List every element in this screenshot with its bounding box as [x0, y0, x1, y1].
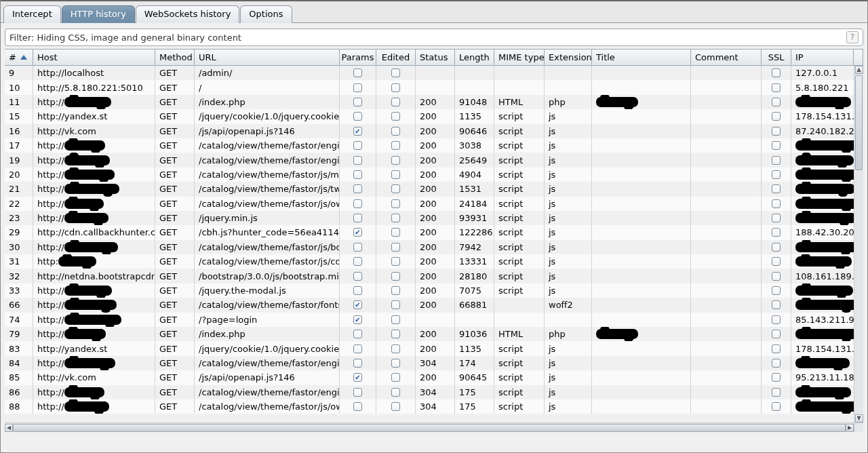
table-row[interactable]: 33http://GET/jquery.the-modal.js2007075s… — [5, 283, 863, 298]
col-header-url[interactable]: URL — [195, 50, 340, 65]
col-header-title[interactable]: Title — [592, 50, 691, 65]
scroll-left-icon[interactable]: ◀ — [5, 424, 13, 432]
table-row[interactable]: 74http://GET/?page=login85.143.211.98 — [5, 313, 863, 327]
vertical-scrollbar[interactable]: ▲ ▼ — [854, 66, 863, 422]
cell-ip — [791, 283, 863, 298]
redacted-content — [64, 387, 104, 397]
table-row[interactable]: 22http://GET/catalog/view/theme/fastor/j… — [5, 197, 863, 211]
table-row[interactable]: 21http://GET/catalog/view/theme/fastor/j… — [5, 182, 863, 196]
cell-edited — [376, 341, 416, 355]
col-header-extension[interactable]: Extension — [545, 50, 592, 65]
checkbox-icon — [772, 300, 781, 309]
table-row[interactable]: 79http://GET/index.php20091036HTMLphp — [5, 327, 863, 341]
table-row[interactable]: 20http://GET/catalog/view/theme/fastor/j… — [5, 168, 863, 182]
cell-ssl — [762, 385, 791, 399]
table-row[interactable]: 23http://GET/jquery.min.js20093931script… — [5, 211, 863, 225]
cell-method: GET — [155, 385, 195, 399]
cell-num: 23 — [5, 211, 33, 225]
cell-mime: script — [494, 182, 545, 196]
checkbox-icon — [391, 272, 400, 281]
col-header-ssl[interactable]: SSL — [762, 50, 791, 65]
cell-length: 122286 — [455, 225, 494, 239]
table-row[interactable]: 86http://GET/catalog/view/theme/fastor/e… — [5, 385, 863, 399]
cell-title — [592, 95, 691, 109]
cell-host: http:// — [33, 153, 155, 167]
table-row[interactable]: 10http://5.8.180.221:5010GET/5.8.180.221 — [5, 80, 863, 94]
cell-ip: 85.143.211.98 — [791, 313, 863, 327]
help-icon[interactable]: ? — [846, 31, 859, 43]
table-row[interactable]: 19http://GET/catalog/view/theme/fastor/e… — [5, 153, 863, 167]
tab-intercept[interactable]: Intercept — [3, 5, 61, 23]
scroll-down-icon[interactable]: ▼ — [855, 414, 863, 422]
checkbox-icon — [772, 184, 781, 193]
cell-params — [340, 95, 376, 109]
cell-ssl — [762, 124, 791, 138]
tab-websockets-history[interactable]: WebSockets history — [136, 5, 239, 23]
col-header-ip[interactable]: IP — [791, 50, 854, 65]
cell-comment — [691, 356, 762, 370]
cell-status: 200 — [416, 327, 455, 341]
cell-status: 200 — [416, 298, 455, 312]
tab-options[interactable]: Options — [240, 5, 292, 23]
vertical-scroll-thumb[interactable] — [855, 75, 863, 170]
redacted-content — [58, 256, 96, 267]
cell-num: 66 — [5, 298, 33, 312]
table-header-row: # Host Method URL Params Edited Status L… — [5, 50, 863, 66]
table-row[interactable]: 16http://vk.comGET/js/api/openapi.js?146… — [5, 124, 863, 138]
horizontal-scrollbar[interactable]: ◀ ▶ — [5, 422, 854, 432]
col-header-num[interactable]: # — [5, 50, 33, 65]
col-header-host[interactable]: Host — [33, 50, 155, 65]
redacted-content — [64, 199, 104, 209]
table-row[interactable]: 88http://GET/catalog/view/theme/fastor/j… — [5, 399, 863, 414]
tab-http-history[interactable]: HTTP history — [62, 5, 135, 23]
table-row[interactable]: 32http://netdna.bootstrapcdn.comGET/boot… — [5, 269, 863, 283]
filter-bar[interactable]: Filter: Hiding CSS, image and general bi… — [5, 28, 863, 46]
col-header-comment[interactable]: Comment — [691, 50, 762, 65]
checkbox-icon — [391, 257, 400, 266]
col-header-params[interactable]: Params — [340, 50, 376, 65]
cell-ssl — [762, 168, 791, 182]
cell-comment — [691, 298, 762, 312]
col-header-length[interactable]: Length — [455, 50, 494, 65]
redacted-content — [64, 358, 115, 368]
cell-title — [592, 153, 691, 167]
table-row[interactable]: 84http://GET/catalog/view/theme/fastor/e… — [5, 356, 863, 370]
cell-ip — [791, 138, 863, 153]
cell-comment — [691, 80, 762, 94]
col-header-status[interactable]: Status — [416, 50, 455, 65]
cell-mime: script — [494, 341, 545, 355]
checkbox-icon — [353, 359, 362, 368]
checkbox-icon — [772, 199, 781, 208]
cell-ip — [791, 168, 863, 182]
cell-title — [592, 269, 691, 283]
table-row[interactable]: 11http://GET/index.php20091048HTMLphp — [5, 95, 863, 109]
table-row[interactable]: 66http://GET/catalog/view/theme/fastor/f… — [5, 298, 863, 312]
table-row[interactable]: 83http://yandex.stGET/jquery/cookie/1.0/… — [5, 341, 863, 355]
cell-params — [340, 153, 376, 167]
table-row[interactable]: 17http://GET/catalog/view/theme/fastor/e… — [5, 138, 863, 153]
col-header-method[interactable]: Method — [155, 50, 195, 65]
cell-mime: script — [494, 399, 545, 414]
table-row[interactable]: 30http://GET/catalog/view/theme/fastor/j… — [5, 240, 863, 254]
horizontal-scroll-thumb[interactable] — [13, 424, 846, 432]
checkbox-icon — [772, 170, 781, 179]
col-header-edited[interactable]: Edited — [376, 50, 416, 65]
table-row[interactable]: 29http://cdn.callbackhunter.comGET/cbh.j… — [5, 225, 863, 239]
table-row[interactable]: 31http:GET/catalog/view/theme/fastor/js/… — [5, 254, 863, 269]
checkbox-icon — [353, 184, 362, 193]
cell-method: GET — [155, 95, 195, 109]
checkbox-icon — [772, 98, 781, 106]
col-header-mime[interactable]: MIME type — [494, 50, 545, 65]
cell-ip: 188.42.30.20 — [791, 225, 863, 239]
scroll-right-icon[interactable]: ▶ — [846, 424, 854, 432]
cell-title — [592, 313, 691, 327]
table-row[interactable]: 9http://localhostGET/admin/127.0.0.1 — [5, 66, 863, 80]
cell-ip: 108.161.189.121 — [791, 269, 863, 283]
scroll-up-icon[interactable]: ▲ — [855, 66, 863, 74]
cell-edited — [376, 327, 416, 341]
cell-length: 24184 — [455, 197, 494, 211]
cell-ip: 5.8.180.221 — [791, 80, 863, 94]
cell-edited — [376, 153, 416, 167]
table-row[interactable]: 85http://vk.comGET/js/api/openapi.js?146… — [5, 370, 863, 385]
table-row[interactable]: 15http://yandex.stGET/jquery/cookie/1.0/… — [5, 109, 863, 123]
